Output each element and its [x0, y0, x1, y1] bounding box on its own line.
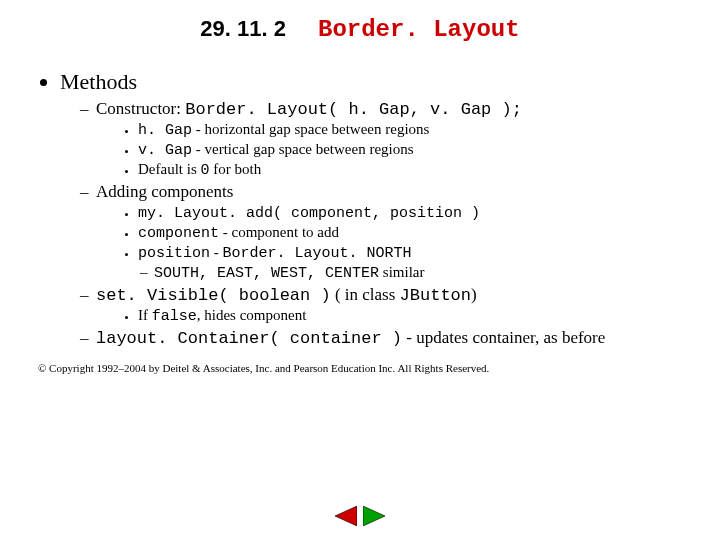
jbutton-code: JButton	[400, 286, 471, 305]
if-text: If	[138, 307, 152, 323]
adding-details: my. Layout. add( component, position ) c…	[96, 204, 690, 262]
section-number: 29. 11. 2	[200, 16, 286, 42]
others-code: SOUTH, EAST, WEST, CENTER	[154, 265, 379, 282]
vgap-dash: -	[192, 141, 205, 157]
content-list: Methods Constructor: Border. Layout( h. …	[30, 69, 690, 348]
setvisible-item: set. Visible( boolean ) ( in class JButt…	[80, 285, 690, 325]
hgap-dash: -	[192, 121, 205, 137]
vgap-code: v. Gap	[138, 142, 192, 159]
constructor-code: Border. Layout( h. Gap, v. Gap );	[185, 100, 522, 119]
constructor-label: Constructor:	[96, 99, 185, 118]
methods-sublist: Constructor: Border. Layout( h. Gap, v. …	[60, 99, 690, 348]
layoutcontainer-item: layout. Container( container ) - updates…	[80, 328, 690, 348]
vgap-item: v. Gap - vertical gap space between regi…	[138, 141, 690, 159]
constructor-item: Constructor: Border. Layout( h. Gap, v. …	[80, 99, 690, 179]
component-dash: -	[219, 224, 232, 240]
layoutcontainer-text: updates container, as before	[416, 328, 605, 347]
layoutcontainer-code: layout. Container( container )	[96, 329, 402, 348]
constructor-details: h. Gap - horizontal gap space between re…	[96, 121, 690, 179]
default-a: Default is	[138, 161, 200, 177]
add-call-code: my. Layout. add( component, position )	[138, 205, 480, 222]
svg-marker-0	[335, 506, 357, 526]
default-b: for both	[210, 161, 262, 177]
position-code-a: position	[138, 245, 210, 262]
default-item: Default is 0 for both	[138, 161, 690, 179]
default-code: 0	[200, 162, 209, 179]
hgap-item: h. Gap - horizontal gap space between re…	[138, 121, 690, 139]
setvisible-details: If false, hides component	[96, 307, 690, 325]
hides-text: , hides component	[197, 307, 307, 323]
others-text: similar	[379, 264, 424, 280]
false-item: If false, hides component	[138, 307, 690, 325]
layoutcontainer-dash: -	[402, 328, 416, 347]
adding-label: Adding components	[96, 182, 233, 201]
position-dash: -	[210, 244, 223, 260]
position-item: position - Border. Layout. NORTH	[138, 244, 690, 262]
setvisible-code: set. Visible( boolean )	[96, 286, 331, 305]
hgap-code: h. Gap	[138, 122, 192, 139]
slide: 29. 11. 2 Border. Layout Methods Constru…	[0, 0, 720, 374]
hgap-text: horizontal gap space between regions	[205, 121, 430, 137]
methods-label: Methods	[60, 69, 137, 94]
methods-item: Methods Constructor: Border. Layout( h. …	[60, 69, 690, 348]
triangle-left-icon	[335, 506, 357, 526]
next-button[interactable]	[363, 506, 385, 526]
slide-title: 29. 11. 2 Border. Layout	[30, 16, 690, 43]
svg-marker-1	[363, 506, 385, 526]
others-item: SOUTH, EAST, WEST, CENTER similar	[140, 264, 690, 282]
false-code: false	[152, 308, 197, 325]
setvisible-end: )	[471, 285, 477, 304]
adding-item: Adding components my. Layout. add( compo…	[80, 182, 690, 282]
component-code: component	[138, 225, 219, 242]
setvisible-mid: ( in class	[331, 285, 400, 304]
nav-arrows	[335, 506, 385, 526]
copyright-text: © Copyright 1992–2004 by Deitel & Associ…	[38, 362, 690, 374]
section-name: Border. Layout	[318, 16, 520, 43]
position-code-b: Border. Layout. NORTH	[223, 245, 412, 262]
position-others: SOUTH, EAST, WEST, CENTER similar	[96, 264, 690, 282]
prev-button[interactable]	[335, 506, 357, 526]
component-text: component to add	[232, 224, 339, 240]
triangle-right-icon	[363, 506, 385, 526]
add-call-item: my. Layout. add( component, position )	[138, 204, 690, 222]
vgap-text: vertical gap space between regions	[205, 141, 414, 157]
component-item: component - component to add	[138, 224, 690, 242]
